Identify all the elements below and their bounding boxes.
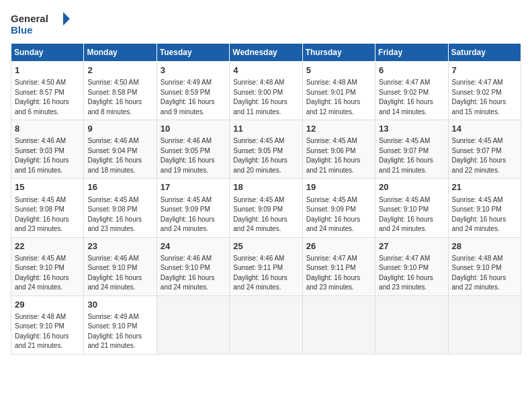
calendar-cell: 2Sunrise: 4:50 AMSunset: 8:58 PMDaylight… <box>84 62 157 120</box>
generalblue-logo-icon: General Blue <box>11 11 71 38</box>
weekday-header-saturday: Saturday <box>448 44 521 62</box>
calendar-cell <box>230 295 302 354</box>
calendar-cell: 11Sunrise: 4:45 AMSunset: 9:05 PMDayligh… <box>230 120 302 179</box>
day-info: Sunrise: 4:48 AMSunset: 9:01 PMDaylight:… <box>306 78 371 117</box>
day-number: 9 <box>87 123 152 135</box>
calendar-week-1: 1Sunrise: 4:50 AMSunset: 8:57 PMDaylight… <box>11 62 521 120</box>
day-info: Sunrise: 4:45 AMSunset: 9:10 PMDaylight:… <box>379 195 444 234</box>
day-number: 23 <box>87 240 152 253</box>
day-info: Sunrise: 4:45 AMSunset: 9:06 PMDaylight:… <box>306 136 371 175</box>
calendar-cell: 8Sunrise: 4:46 AMSunset: 9:03 PMDaylight… <box>11 120 84 179</box>
day-number: 12 <box>306 123 371 135</box>
calendar-week-3: 15Sunrise: 4:45 AMSunset: 9:08 PMDayligh… <box>11 179 521 237</box>
weekday-header-row: SundayMondayTuesdayWednesdayThursdayFrid… <box>11 44 521 62</box>
day-info: Sunrise: 4:47 AMSunset: 9:11 PMDaylight:… <box>306 254 371 293</box>
calendar-cell: 23Sunrise: 4:46 AMSunset: 9:10 PMDayligh… <box>84 237 157 295</box>
day-number: 10 <box>161 123 226 135</box>
weekday-header-tuesday: Tuesday <box>157 44 229 62</box>
calendar-cell: 6Sunrise: 4:47 AMSunset: 9:02 PMDaylight… <box>375 62 448 120</box>
day-info: Sunrise: 4:46 AMSunset: 9:04 PMDaylight:… <box>87 136 152 175</box>
calendar-cell <box>157 295 229 354</box>
day-info: Sunrise: 4:45 AMSunset: 9:10 PMDaylight:… <box>452 195 517 234</box>
page-header: General Blue <box>11 11 521 38</box>
day-info: Sunrise: 4:46 AMSunset: 9:03 PMDaylight:… <box>15 136 80 175</box>
day-info: Sunrise: 4:47 AMSunset: 9:10 PMDaylight:… <box>379 254 444 293</box>
day-number: 25 <box>233 240 298 253</box>
day-number: 2 <box>87 64 152 77</box>
weekday-header-friday: Friday <box>375 44 448 62</box>
day-number: 20 <box>379 181 444 193</box>
calendar-cell: 24Sunrise: 4:46 AMSunset: 9:10 PMDayligh… <box>157 237 229 295</box>
calendar-cell: 30Sunrise: 4:49 AMSunset: 9:10 PMDayligh… <box>84 295 157 354</box>
calendar-cell: 17Sunrise: 4:45 AMSunset: 9:09 PMDayligh… <box>157 179 229 237</box>
day-info: Sunrise: 4:47 AMSunset: 9:02 PMDaylight:… <box>379 78 444 117</box>
calendar-cell: 29Sunrise: 4:48 AMSunset: 9:10 PMDayligh… <box>11 295 84 354</box>
day-info: Sunrise: 4:45 AMSunset: 9:07 PMDaylight:… <box>452 136 517 175</box>
calendar-cell <box>302 295 375 354</box>
logo: General Blue <box>11 11 71 38</box>
day-number: 7 <box>452 64 517 77</box>
calendar-week-5: 29Sunrise: 4:48 AMSunset: 9:10 PMDayligh… <box>11 295 521 354</box>
day-info: Sunrise: 4:45 AMSunset: 9:08 PMDaylight:… <box>15 195 80 234</box>
day-number: 14 <box>452 123 517 135</box>
day-number: 24 <box>161 240 226 253</box>
day-number: 26 <box>306 240 371 253</box>
day-number: 27 <box>379 240 444 253</box>
day-info: Sunrise: 4:46 AMSunset: 9:10 PMDaylight:… <box>161 254 226 293</box>
calendar-cell: 25Sunrise: 4:46 AMSunset: 9:11 PMDayligh… <box>230 237 302 295</box>
calendar-cell: 10Sunrise: 4:46 AMSunset: 9:05 PMDayligh… <box>157 120 229 179</box>
day-number: 11 <box>233 123 298 135</box>
weekday-header-wednesday: Wednesday <box>230 44 302 62</box>
calendar-cell: 12Sunrise: 4:45 AMSunset: 9:06 PMDayligh… <box>302 120 375 179</box>
day-info: Sunrise: 4:46 AMSunset: 9:10 PMDaylight:… <box>87 254 152 293</box>
day-info: Sunrise: 4:49 AMSunset: 9:10 PMDaylight:… <box>87 312 152 351</box>
calendar-week-2: 8Sunrise: 4:46 AMSunset: 9:03 PMDaylight… <box>11 120 521 179</box>
day-number: 8 <box>15 123 80 135</box>
calendar-cell: 22Sunrise: 4:45 AMSunset: 9:10 PMDayligh… <box>11 237 84 295</box>
day-info: Sunrise: 4:45 AMSunset: 9:05 PMDaylight:… <box>233 136 298 175</box>
day-info: Sunrise: 4:48 AMSunset: 9:10 PMDaylight:… <box>15 312 80 351</box>
day-number: 29 <box>15 299 80 311</box>
calendar-cell <box>448 295 521 354</box>
calendar-cell: 9Sunrise: 4:46 AMSunset: 9:04 PMDaylight… <box>84 120 157 179</box>
calendar-week-4: 22Sunrise: 4:45 AMSunset: 9:10 PMDayligh… <box>11 237 521 295</box>
day-number: 15 <box>15 181 80 193</box>
day-info: Sunrise: 4:47 AMSunset: 9:02 PMDaylight:… <box>452 78 517 117</box>
day-number: 4 <box>233 64 298 77</box>
day-number: 5 <box>306 64 371 77</box>
calendar-cell: 21Sunrise: 4:45 AMSunset: 9:10 PMDayligh… <box>448 179 521 237</box>
day-number: 30 <box>87 299 152 311</box>
calendar-cell: 20Sunrise: 4:45 AMSunset: 9:10 PMDayligh… <box>375 179 448 237</box>
calendar-cell: 5Sunrise: 4:48 AMSunset: 9:01 PMDaylight… <box>302 62 375 120</box>
day-info: Sunrise: 4:49 AMSunset: 8:59 PMDaylight:… <box>161 78 226 117</box>
svg-text:General: General <box>11 13 48 24</box>
calendar-cell: 26Sunrise: 4:47 AMSunset: 9:11 PMDayligh… <box>302 237 375 295</box>
calendar-cell: 14Sunrise: 4:45 AMSunset: 9:07 PMDayligh… <box>448 120 521 179</box>
day-number: 19 <box>306 181 371 193</box>
day-number: 3 <box>161 64 226 77</box>
day-number: 1 <box>15 64 80 77</box>
day-info: Sunrise: 4:45 AMSunset: 9:09 PMDaylight:… <box>161 195 226 234</box>
calendar-cell: 27Sunrise: 4:47 AMSunset: 9:10 PMDayligh… <box>375 237 448 295</box>
weekday-header-thursday: Thursday <box>302 44 375 62</box>
day-info: Sunrise: 4:46 AMSunset: 9:11 PMDaylight:… <box>233 254 298 293</box>
calendar-cell: 28Sunrise: 4:48 AMSunset: 9:10 PMDayligh… <box>448 237 521 295</box>
day-info: Sunrise: 4:48 AMSunset: 9:10 PMDaylight:… <box>452 254 517 293</box>
day-number: 6 <box>379 64 444 77</box>
calendar-cell: 3Sunrise: 4:49 AMSunset: 8:59 PMDaylight… <box>157 62 229 120</box>
day-number: 28 <box>452 240 517 253</box>
calendar-cell: 15Sunrise: 4:45 AMSunset: 9:08 PMDayligh… <box>11 179 84 237</box>
day-info: Sunrise: 4:50 AMSunset: 8:57 PMDaylight:… <box>15 78 80 117</box>
calendar-cell: 19Sunrise: 4:45 AMSunset: 9:09 PMDayligh… <box>302 179 375 237</box>
day-number: 22 <box>15 240 80 253</box>
calendar-cell: 13Sunrise: 4:45 AMSunset: 9:07 PMDayligh… <box>375 120 448 179</box>
day-info: Sunrise: 4:45 AMSunset: 9:09 PMDaylight:… <box>306 195 371 234</box>
day-number: 21 <box>452 181 517 193</box>
day-info: Sunrise: 4:46 AMSunset: 9:05 PMDaylight:… <box>161 136 226 175</box>
calendar-cell: 16Sunrise: 4:45 AMSunset: 9:08 PMDayligh… <box>84 179 157 237</box>
day-info: Sunrise: 4:48 AMSunset: 9:00 PMDaylight:… <box>233 78 298 117</box>
calendar-cell: 1Sunrise: 4:50 AMSunset: 8:57 PMDaylight… <box>11 62 84 120</box>
calendar-cell: 7Sunrise: 4:47 AMSunset: 9:02 PMDaylight… <box>448 62 521 120</box>
day-info: Sunrise: 4:45 AMSunset: 9:09 PMDaylight:… <box>233 195 298 234</box>
day-number: 18 <box>233 181 298 193</box>
